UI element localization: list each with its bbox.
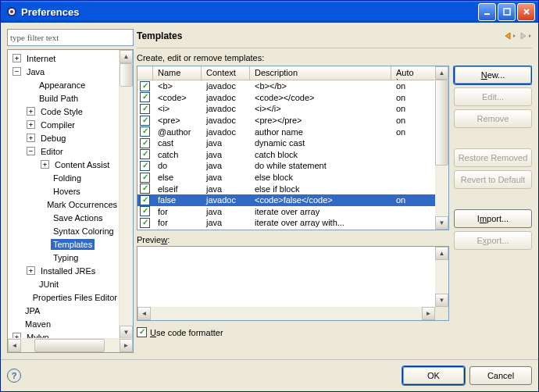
checkbox-icon[interactable]: ✓ xyxy=(140,92,150,102)
tree-item-label: Appearance xyxy=(37,80,87,91)
tree-item[interactable]: −Editor xyxy=(8,144,120,158)
expand-icon[interactable]: + xyxy=(27,120,35,129)
cell-ctx: java xyxy=(202,150,250,159)
cell-name: for xyxy=(153,207,202,216)
tree-item[interactable]: Build Path xyxy=(8,91,120,105)
expand-icon[interactable]: + xyxy=(27,134,35,142)
tree-item[interactable]: Properties Files Editor xyxy=(8,290,120,304)
tree-item-label: Folding xyxy=(51,173,84,184)
table-row[interactable]: ✓forjavaiterate over array xyxy=(137,206,435,218)
table-row[interactable]: ✓catchjavacatch block xyxy=(137,149,435,161)
tree-item[interactable]: Hovers xyxy=(8,184,120,198)
titlebar[interactable]: Preferences xyxy=(1,1,538,23)
checkbox-icon[interactable]: ✓ xyxy=(140,173,150,183)
table-row[interactable]: ✓<pre>javadoc<pre></pre>on xyxy=(137,115,435,127)
preview-vscrollbar[interactable]: ▲▼ xyxy=(435,247,448,307)
tree-vscrollbar[interactable]: ▲ ▼ xyxy=(119,50,133,339)
tree-item[interactable]: +Compiler xyxy=(8,118,120,131)
table-row[interactable]: ✓falsejavadoc<code>false</code>on xyxy=(137,194,435,206)
restore-removed-button: Restore Removed xyxy=(454,148,532,167)
tree-item[interactable]: −Java xyxy=(8,65,120,78)
tree-item[interactable]: Appearance xyxy=(8,78,120,91)
checkbox-icon[interactable]: ✓ xyxy=(140,206,150,216)
tree-item-label: Mark Occurrences xyxy=(45,199,120,210)
tree-item-label: JPA xyxy=(23,305,42,316)
table-row[interactable]: ✓elseifjavaelse if block xyxy=(137,183,435,194)
tree-item[interactable]: Typing xyxy=(8,251,120,264)
tree-item[interactable]: +Content Assist xyxy=(8,158,120,171)
table-row[interactable]: ✓castjavadynamic cast xyxy=(137,137,435,149)
tree-item-label: Save Actions xyxy=(51,212,105,223)
tree-item[interactable]: +Code Style xyxy=(8,105,120,118)
cell-desc: do while statement xyxy=(250,161,391,170)
expand-icon[interactable]: + xyxy=(12,54,21,62)
preview-hscrollbar[interactable]: ◄► xyxy=(137,307,435,320)
cell-name: <i> xyxy=(153,104,202,113)
table-vscrollbar[interactable]: ▲ ▼ xyxy=(435,66,448,230)
cell-desc: dynamic cast xyxy=(250,138,391,148)
new-button[interactable]: New... xyxy=(454,66,532,84)
collapse-icon[interactable]: − xyxy=(27,147,35,155)
table-row[interactable]: ✓<code>javadoc<code></code>on xyxy=(137,92,435,104)
cell-name: else xyxy=(153,173,202,182)
checkbox-icon[interactable]: ✓ xyxy=(140,161,150,171)
tree-item[interactable]: Mark Occurrences xyxy=(8,198,120,211)
close-button[interactable] xyxy=(517,3,535,21)
tree-item[interactable]: JUnit xyxy=(8,277,120,290)
minimize-button[interactable] xyxy=(478,3,496,21)
table-row[interactable]: ✓@authorjavadocauthor nameon xyxy=(137,126,435,137)
expand-icon[interactable]: + xyxy=(41,160,49,169)
forward-icon[interactable] xyxy=(518,29,532,43)
help-icon[interactable]: ? xyxy=(7,369,21,383)
tree-item[interactable]: +Internet xyxy=(8,52,120,65)
collapse-icon[interactable]: − xyxy=(12,67,21,76)
tree-item-label: Installed JREs xyxy=(38,265,98,276)
expand-icon[interactable]: + xyxy=(27,107,35,116)
checkbox-icon[interactable]: ✓ xyxy=(140,138,150,148)
table-row[interactable]: ✓<i>javadoc<i></i>on xyxy=(137,103,435,115)
column-name[interactable]: Name xyxy=(153,66,202,80)
tree-item-label: Templates xyxy=(51,239,95,250)
table-row[interactable]: ✓forjavaiterate over array with... xyxy=(137,217,435,229)
tree-item[interactable]: JPA xyxy=(8,304,120,317)
table-row[interactable]: ✓elsejavaelse block xyxy=(137,172,435,184)
cell-auto: on xyxy=(391,195,435,205)
checkbox-icon[interactable]: ✓ xyxy=(137,327,147,337)
checkbox-icon[interactable]: ✓ xyxy=(140,81,150,91)
table-row[interactable]: ✓<b>javadoc<b></b>on xyxy=(137,80,435,92)
right-panel: Templates Create, edit or remove templat… xyxy=(137,29,532,353)
column-context[interactable]: Context xyxy=(202,66,250,80)
column-autoinsert[interactable]: Auto In... xyxy=(391,66,435,80)
tree-item[interactable]: +Installed JREs xyxy=(8,264,120,277)
tree-item[interactable]: Templates xyxy=(8,237,120,251)
checkbox-icon[interactable]: ✓ xyxy=(140,218,150,228)
checkbox-icon[interactable]: ✓ xyxy=(140,149,150,159)
tree-hscrollbar[interactable]: ◄ ► xyxy=(8,338,133,352)
maximize-button[interactable] xyxy=(498,3,516,21)
column-description[interactable]: Description xyxy=(250,66,391,80)
cell-ctx: javadoc xyxy=(202,81,250,91)
checkbox-icon[interactable]: ✓ xyxy=(140,127,150,137)
preview-box: ▲▼ ◄► xyxy=(137,246,449,321)
cancel-button[interactable]: Cancel xyxy=(469,366,532,385)
cell-desc: <code></code> xyxy=(250,93,391,102)
import-button[interactable]: Import... xyxy=(454,209,532,228)
back-icon[interactable] xyxy=(502,29,516,43)
tree-item-label: Code Style xyxy=(38,106,85,117)
tree-item[interactable]: Maven xyxy=(8,317,120,330)
table-row[interactable]: ✓dojavado while statement xyxy=(137,160,435,172)
expand-icon[interactable]: + xyxy=(27,266,35,275)
tree-item[interactable]: Folding xyxy=(8,171,120,184)
ok-button[interactable]: OK xyxy=(402,366,465,385)
checkbox-icon[interactable]: ✓ xyxy=(140,104,150,114)
checkbox-icon[interactable]: ✓ xyxy=(140,195,150,205)
tree-item[interactable]: +Debug xyxy=(8,131,120,144)
filter-input[interactable] xyxy=(7,29,134,46)
tree-item[interactable]: Save Actions xyxy=(8,211,120,224)
use-formatter-option[interactable]: ✓ Use code formatter xyxy=(137,327,449,337)
table-header[interactable]: Name Context Description Auto In... xyxy=(137,66,435,80)
checkbox-icon[interactable]: ✓ xyxy=(140,184,150,194)
cell-auto: on xyxy=(391,93,435,102)
tree-item[interactable]: Syntax Coloring xyxy=(8,224,120,237)
checkbox-icon[interactable]: ✓ xyxy=(140,116,150,126)
